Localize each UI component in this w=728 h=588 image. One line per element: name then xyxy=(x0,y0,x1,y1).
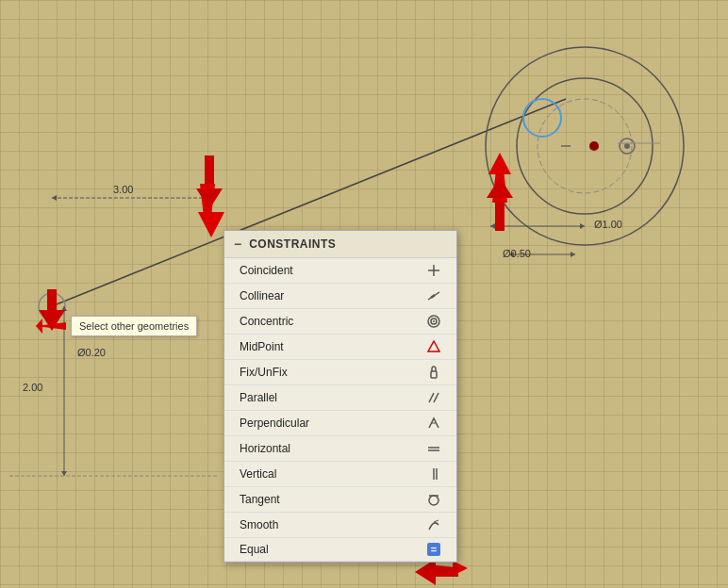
svg-point-8 xyxy=(538,99,632,193)
equal-label: Equal xyxy=(240,543,269,556)
svg-line-59 xyxy=(434,520,438,522)
coincident-icon xyxy=(422,263,445,278)
constraints-panel: − CONSTRAINTS Coincident Collinear Conce… xyxy=(223,230,457,563)
constraint-parallel[interactable]: Parallel xyxy=(224,385,456,411)
svg-line-44 xyxy=(431,295,435,298)
smooth-icon xyxy=(422,517,445,532)
svg-point-6 xyxy=(486,47,684,245)
parallel-icon xyxy=(422,390,445,405)
fixunfix-icon xyxy=(422,365,445,380)
svg-point-2 xyxy=(49,303,55,309)
vertical-icon xyxy=(422,466,445,482)
dim-300: 3.00 xyxy=(113,184,133,195)
constraint-vertical[interactable]: Vertical xyxy=(224,462,456,487)
constraint-perpendicular[interactable]: Perpendicular xyxy=(224,411,456,436)
svg-point-57 xyxy=(429,496,438,505)
horizontal-icon xyxy=(422,441,445,456)
midpoint-icon xyxy=(422,339,445,354)
perpendicular-label: Perpendicular xyxy=(240,416,309,430)
svg-rect-49 xyxy=(431,371,437,378)
minus-icon[interactable]: − xyxy=(234,237,241,252)
svg-marker-5 xyxy=(203,195,207,201)
svg-point-10 xyxy=(589,141,599,151)
svg-marker-48 xyxy=(428,341,439,351)
svg-marker-20 xyxy=(571,252,575,257)
constraint-equal[interactable]: Equal = xyxy=(224,538,456,562)
tooltip: Select other geometries xyxy=(71,316,197,336)
horizontal-label: Horizontal xyxy=(240,442,290,455)
coincident-label: Coincident xyxy=(240,264,293,277)
dim-100: Ø1.00 xyxy=(594,219,622,230)
perpendicular-icon xyxy=(422,416,445,431)
collinear-label: Collinear xyxy=(240,289,284,302)
vertical-label: Vertical xyxy=(240,467,276,481)
svg-marker-23 xyxy=(61,471,67,476)
constraint-smooth[interactable]: Smooth xyxy=(224,513,456,538)
constraint-horizontal[interactable]: Horizontal xyxy=(224,436,456,462)
constraint-collinear[interactable]: Collinear xyxy=(224,284,456,309)
constraints-title: CONSTRAINTS xyxy=(249,237,336,251)
constraints-header: − CONSTRAINTS xyxy=(224,231,456,258)
constraint-midpoint[interactable]: MidPoint xyxy=(224,335,456,360)
svg-marker-17 xyxy=(580,223,585,229)
concentric-icon xyxy=(422,314,445,329)
svg-line-51 xyxy=(434,393,438,402)
dim-020: Ø0.20 xyxy=(77,347,106,358)
svg-marker-16 xyxy=(490,223,495,229)
constraint-fixunfix[interactable]: Fix/UnFix xyxy=(224,360,456,385)
constraint-coincident[interactable]: Coincident xyxy=(224,258,456,284)
concentric-label: Concentric xyxy=(240,315,293,328)
tooltip-text: Select other geometries xyxy=(79,320,189,332)
svg-point-12 xyxy=(624,143,630,149)
svg-line-50 xyxy=(429,393,434,402)
equal-symbol: = xyxy=(427,543,440,556)
svg-marker-4 xyxy=(52,195,57,201)
smooth-label: Smooth xyxy=(240,518,278,531)
constraint-concentric[interactable]: Concentric xyxy=(224,309,456,335)
dim-200: 2.00 xyxy=(23,382,42,393)
svg-point-9 xyxy=(523,99,561,137)
tangent-label: Tangent xyxy=(240,493,280,506)
constraint-tangent[interactable]: Tangent xyxy=(224,487,456,513)
parallel-label: Parallel xyxy=(240,391,277,404)
equal-icon: = xyxy=(422,543,445,556)
fixunfix-label: Fix/UnFix xyxy=(240,366,288,379)
svg-marker-22 xyxy=(61,306,67,311)
tangent-icon xyxy=(422,492,445,507)
midpoint-label: MidPoint xyxy=(240,340,284,353)
dim-050: Ø0.50 xyxy=(503,248,531,259)
svg-point-47 xyxy=(433,320,435,322)
collinear-icon xyxy=(422,288,445,303)
